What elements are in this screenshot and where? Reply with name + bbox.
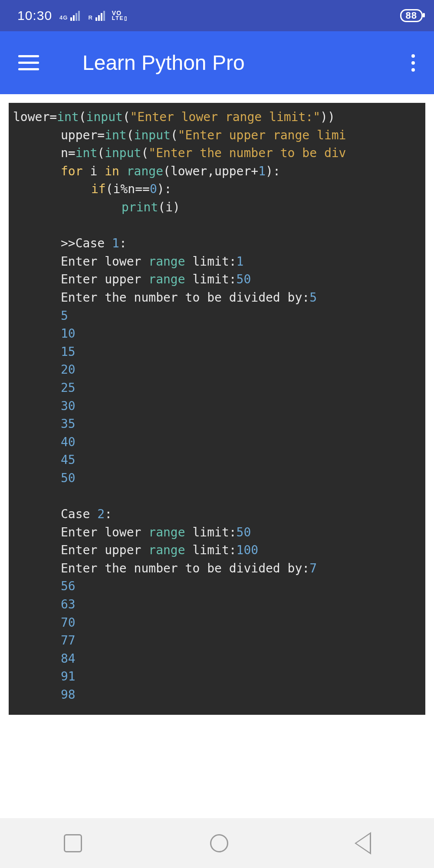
status-bar: 10:30 4G R VO LTE▯ 88 xyxy=(0,0,434,31)
system-nav-bar xyxy=(0,818,434,868)
status-time: 10:30 xyxy=(17,8,52,23)
signal-2-icon: R xyxy=(87,11,105,21)
back-icon[interactable] xyxy=(356,834,370,852)
volte-icon: VO LTE▯ xyxy=(112,10,128,20)
content-area: lower=int(input("Enter lower range limit… xyxy=(0,94,434,818)
code-block[interactable]: lower=int(input("Enter lower range limit… xyxy=(9,103,425,715)
home-icon[interactable] xyxy=(210,834,228,852)
app-bar: Learn Python Pro xyxy=(0,31,434,94)
more-icon[interactable] xyxy=(403,53,424,73)
recent-apps-icon[interactable] xyxy=(64,834,82,852)
app-title: Learn Python Pro xyxy=(82,51,245,75)
battery-icon: 88 xyxy=(400,9,423,22)
signal-1-icon: 4G xyxy=(58,11,80,21)
menu-icon[interactable] xyxy=(18,53,39,73)
